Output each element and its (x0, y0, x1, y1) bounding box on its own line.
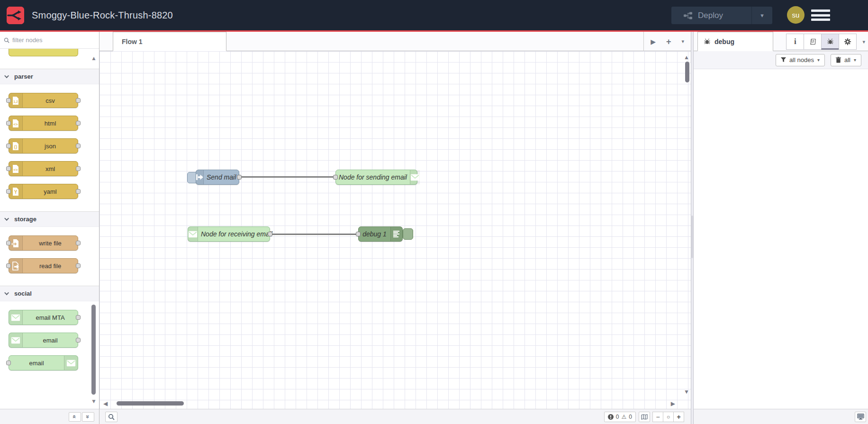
zoom-controls: − ○ + (653, 412, 684, 422)
envelope-icon (188, 227, 198, 241)
envelope-icon (64, 356, 78, 370)
deploy-options-caret[interactable]: ▾ (751, 7, 772, 24)
node-port-output[interactable] (76, 241, 81, 245)
debug-clear-button[interactable]: all ▾ (831, 54, 861, 66)
deploy-button[interactable]: Deploy ▾ (671, 7, 772, 24)
node-port-input[interactable] (6, 121, 11, 126)
flow-list-caret[interactable]: ▾ (681, 39, 684, 44)
wire-send-mail-to-email[interactable] (239, 176, 335, 178)
scroll-down-icon[interactable]: ▼ (91, 398, 97, 404)
palette-node-email-out[interactable]: email (9, 355, 78, 370)
open-debug-window-button[interactable] (855, 412, 866, 422)
node-port-output[interactable] (268, 232, 272, 236)
palette-node-partial[interactable] (9, 49, 78, 56)
zoom-reset-button[interactable]: ○ (663, 412, 674, 422)
node-port-input[interactable] (356, 232, 361, 236)
node-port-output[interactable] (76, 338, 81, 343)
palette-category-storage[interactable]: storage (0, 211, 99, 227)
zoom-out-button[interactable]: − (652, 412, 663, 422)
main-menu-button[interactable] (811, 9, 830, 21)
palette-search[interactable] (0, 32, 99, 49)
node-port-input[interactable] (6, 98, 11, 103)
node-port-output[interactable] (76, 263, 81, 268)
wire-email-to-debug[interactable] (270, 234, 358, 235)
node-port-output[interactable] (76, 121, 81, 126)
node-port-output[interactable] (76, 166, 81, 171)
canvas-footer: 0 ⚠ 0 − ○ + (99, 409, 691, 424)
tab-debug[interactable]: debug (697, 32, 773, 51)
node-port-output[interactable] (76, 98, 81, 103)
node-port-input[interactable] (6, 361, 11, 365)
scroll-up-icon[interactable]: ▲ (91, 55, 97, 61)
user-avatar[interactable]: su (787, 6, 805, 24)
next-tab-icon[interactable]: ▶ (651, 38, 656, 45)
deploy-icon (684, 12, 692, 19)
zoom-in-button[interactable]: + (673, 412, 684, 422)
node-port-input[interactable] (333, 175, 338, 180)
tab-info-button[interactable]: i (786, 34, 804, 50)
node-port-output[interactable] (237, 175, 242, 180)
canvas-node-sending-email[interactable]: Node for sending email (335, 170, 417, 185)
palette-scrollbar[interactable]: ▲ ▼ (91, 49, 97, 409)
palette-node-html[interactable]: <> html (9, 116, 78, 131)
filter-icon (781, 57, 786, 63)
yaml-icon: Y (9, 184, 23, 198)
palette-node-write-file[interactable]: write file (9, 235, 78, 251)
debug-enable-toggle[interactable] (403, 228, 413, 240)
tab-config-button[interactable] (839, 34, 857, 50)
canvas-scroll-right-icon[interactable]: ▶ (671, 401, 675, 406)
palette-footer: « » (0, 409, 99, 424)
node-port-input[interactable] (6, 189, 11, 194)
separator-drag-handle[interactable] (691, 216, 693, 258)
node-port-output[interactable] (76, 315, 81, 320)
search-flows-button[interactable] (105, 412, 118, 422)
canvas-hscrollbar-thumb[interactable] (117, 401, 184, 406)
flow-canvas[interactable]: Send mail Node for sending email (99, 51, 691, 409)
node-port-input[interactable] (6, 263, 11, 268)
canvas-scroll-left-icon[interactable]: ◀ (103, 401, 108, 406)
palette-node-json[interactable]: {} json (9, 138, 78, 153)
debug-filter-button[interactable]: all nodes ▾ (776, 54, 825, 66)
canvas-node-send-mail[interactable]: Send mail (196, 170, 239, 185)
palette-node-xml[interactable]: <> xml (9, 161, 78, 176)
palette-node-csv[interactable]: 1,2 csv (9, 93, 78, 108)
canvas-node-receiving-email[interactable]: Node for receiving email (188, 226, 270, 242)
tab-flow-1[interactable]: Flow 1 (113, 32, 226, 51)
svg-text:<>: <> (13, 122, 18, 126)
canvas-vscrollbar-thumb[interactable] (685, 62, 689, 82)
canvas-node-debug-1[interactable]: debug 1 (358, 226, 403, 242)
sidebar-options-caret[interactable]: ▾ (862, 39, 865, 45)
tab-help-button[interactable] (804, 34, 822, 50)
palette-category-social[interactable]: social (0, 286, 99, 301)
sidebar-header: debug i (694, 32, 868, 51)
filter-nodes-input[interactable] (12, 36, 96, 44)
palette-category-parser[interactable]: parser (0, 69, 99, 84)
canvas-scroll-up-icon[interactable]: ▲ (684, 54, 689, 60)
canvas-scroll-down-icon[interactable]: ▼ (684, 389, 689, 395)
sidebar-separator[interactable] (691, 32, 694, 424)
navigator-button[interactable] (639, 412, 650, 422)
node-port-output[interactable] (76, 144, 81, 148)
chevron-down-icon (4, 290, 9, 295)
envelope-icon (9, 310, 23, 325)
warning-count: 0 (629, 414, 632, 420)
debug-messages-panel[interactable] (694, 69, 868, 409)
node-port-output[interactable] (76, 189, 81, 194)
node-port-input[interactable] (6, 144, 11, 148)
palette-node-email-mta[interactable]: email MTA (9, 310, 78, 325)
palette-scroll-area[interactable]: parser 1,2 csv (0, 49, 99, 409)
tab-debug-button[interactable] (821, 34, 839, 50)
notifications-box[interactable]: 0 ⚠ 0 (604, 412, 636, 422)
palette-node-read-file[interactable]: read file (9, 258, 78, 273)
palette-scrollbar-thumb[interactable] (91, 305, 96, 395)
add-flow-button[interactable]: + (666, 37, 671, 46)
node-port-input[interactable] (6, 241, 11, 245)
palette-node-email-in[interactable]: email (9, 333, 78, 348)
caret-down-icon: ▾ (817, 57, 820, 63)
deploy-label: Deploy (698, 11, 723, 20)
palette-node-yaml[interactable]: Y yaml (9, 184, 78, 199)
palette: parser 1,2 csv (0, 32, 99, 424)
node-port-input[interactable] (6, 166, 11, 171)
collapse-all-categories-button[interactable]: « (69, 412, 81, 422)
expand-all-categories-button[interactable]: » (82, 412, 94, 422)
